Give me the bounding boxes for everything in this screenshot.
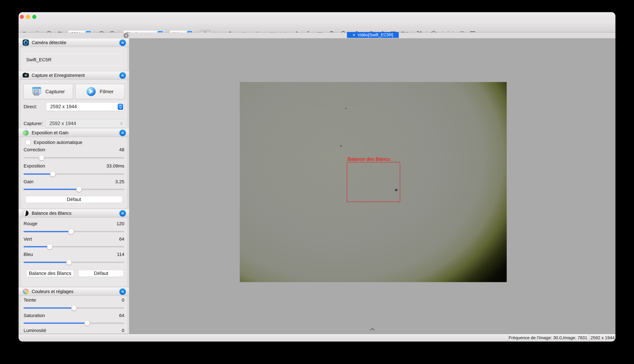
record-button-label: Filmer bbox=[100, 89, 114, 94]
slider-value: 0 bbox=[122, 297, 124, 303]
slider-label: Rouge bbox=[24, 220, 37, 227]
white-balance-overlay-label: Balance des Blancs bbox=[348, 156, 390, 162]
collapse-panel-button[interactable] bbox=[119, 40, 126, 46]
capture-resolution-label: Capturer: bbox=[24, 120, 43, 127]
saturation-slider[interactable] bbox=[24, 322, 124, 324]
slider-value: 64 bbox=[119, 236, 124, 242]
collapse-panel-button[interactable] bbox=[119, 72, 126, 79]
panel-title: Caméra détectée bbox=[32, 40, 66, 45]
panel-title: Balance des Blancs bbox=[32, 211, 72, 216]
exposure-slider[interactable] bbox=[24, 174, 124, 175]
slider-value: 48 bbox=[119, 146, 124, 153]
status-bar: Fréquence de l'Image: 30.0,Image: 7831 2… bbox=[18, 334, 616, 342]
slider-thumb[interactable] bbox=[66, 260, 72, 265]
camera-live-view[interactable]: Balance des Blancs bbox=[240, 82, 507, 282]
slider-thumb[interactable] bbox=[39, 155, 44, 160]
exposure-panel-body: Exposition automatique Correction 48 Exp… bbox=[20, 137, 128, 208]
white-balance-button[interactable]: Balance des Blancs bbox=[26, 270, 74, 277]
panel-title: Capture et Enregistrement bbox=[32, 73, 85, 78]
panel-title: Exposition et Gain bbox=[32, 130, 68, 135]
record-button[interactable]: Filmer bbox=[75, 84, 125, 99]
blue-slider[interactable] bbox=[24, 262, 124, 263]
capture-panel-body: Capturer Filmer Direct: 2592 x 1944 Capt… bbox=[20, 80, 128, 131]
correction-slider[interactable] bbox=[24, 157, 124, 158]
close-tab-icon[interactable]: × bbox=[352, 32, 356, 37]
slider-label: Bleu bbox=[24, 251, 33, 258]
control-sidebar: Caméra détectée Swift_EC5R Capture et En… bbox=[18, 32, 129, 334]
slider-value: 0 bbox=[122, 327, 124, 334]
dust-speck bbox=[340, 145, 342, 146]
slider-label: Exposition bbox=[24, 163, 45, 169]
direct-label: Direct: bbox=[24, 104, 37, 110]
resolution-info: 2592 x 1944 bbox=[590, 334, 616, 342]
panel-header-exposure[interactable]: Exposition et Gain bbox=[18, 128, 129, 137]
auto-exposure-checkbox[interactable] bbox=[26, 140, 31, 145]
slider-fill bbox=[24, 308, 74, 309]
slider-thumb[interactable] bbox=[84, 320, 90, 326]
red-slider[interactable] bbox=[24, 231, 124, 232]
exposure-default-button[interactable]: Défaut bbox=[26, 196, 122, 203]
slider-thumb[interactable] bbox=[68, 229, 74, 234]
slider-fill bbox=[24, 174, 53, 175]
slider-value: 33.09ms bbox=[106, 163, 124, 169]
stepper-disabled-icon bbox=[120, 122, 123, 125]
camera-list: Swift_EC5R bbox=[20, 47, 128, 71]
color-wheel-icon bbox=[22, 288, 29, 294]
panel-header-color[interactable]: Couleurs et réglages bbox=[18, 287, 129, 296]
collapse-panel-button[interactable] bbox=[119, 130, 126, 136]
white-balance-default-button[interactable]: Défaut bbox=[78, 270, 124, 277]
toolbar: 33% Pixel NA bbox=[18, 20, 616, 32]
camera-icon bbox=[22, 72, 29, 78]
double-chevron-up-icon bbox=[120, 74, 125, 78]
zoom-window-button[interactable] bbox=[32, 15, 36, 19]
slider-value: 120 bbox=[116, 220, 124, 227]
auto-exposure-label: Exposition automatique bbox=[34, 139, 82, 146]
slider-thumb[interactable] bbox=[50, 172, 56, 177]
slider-thumb[interactable] bbox=[47, 244, 52, 249]
chevron-up-icon bbox=[370, 328, 375, 331]
double-chevron-up-icon bbox=[120, 211, 125, 215]
color-panel-body: Teinte 0 Saturation 64 Luminosité 0 bbox=[20, 296, 128, 334]
capture-photo-icon bbox=[32, 87, 41, 96]
capture-resolution-value: 2592 x 1944 bbox=[46, 121, 120, 126]
tab-video[interactable]: × Vidéo[Swift_EC5R] bbox=[347, 32, 399, 38]
hue-slider[interactable] bbox=[24, 308, 124, 309]
capture-button-label: Capturer bbox=[46, 89, 65, 94]
collapse-panel-button[interactable] bbox=[119, 288, 126, 295]
white-balance-panel-body: Rouge 120 Vert 64 Bleu 114 Balance des B… bbox=[20, 218, 128, 287]
slider-thumb[interactable] bbox=[71, 305, 76, 311]
slider-label: Luminosité bbox=[24, 327, 46, 334]
close-window-button[interactable] bbox=[20, 15, 24, 19]
tab-label: Vidéo[Swift_EC5R] bbox=[358, 32, 393, 38]
camera-name[interactable]: Swift_EC5R bbox=[26, 56, 52, 63]
collapse-sidebar-button[interactable] bbox=[124, 33, 128, 38]
capture-resolution-select: 2592 x 1944 bbox=[45, 119, 125, 128]
double-chevron-up-icon bbox=[120, 131, 125, 135]
minimize-window-button[interactable] bbox=[26, 15, 30, 19]
record-play-icon bbox=[86, 87, 96, 96]
slider-fill bbox=[24, 246, 50, 247]
slider-label: Saturation bbox=[24, 312, 45, 318]
collapse-bottom-panel-button[interactable] bbox=[370, 328, 375, 332]
list-separator bbox=[25, 65, 122, 66]
slider-fill bbox=[24, 322, 87, 324]
direct-resolution-select[interactable]: 2592 x 1944 bbox=[46, 102, 124, 111]
slider-label: Teinte bbox=[24, 297, 36, 303]
double-chevron-up-icon bbox=[120, 290, 125, 294]
panel-header-white-balance[interactable]: Balance des Blancs bbox=[18, 209, 129, 218]
panel-header-camera[interactable]: Caméra détectée bbox=[18, 38, 129, 47]
green-slider[interactable] bbox=[24, 246, 124, 247]
slider-fill bbox=[24, 262, 69, 263]
panel-header-capture[interactable]: Capture et Enregistrement bbox=[18, 71, 129, 80]
gain-slider[interactable] bbox=[24, 189, 124, 190]
white-balance-region[interactable] bbox=[347, 162, 400, 202]
slider-label: Vert bbox=[24, 236, 32, 242]
capture-button[interactable]: Capturer bbox=[23, 84, 73, 99]
white-balance-icon bbox=[22, 210, 29, 216]
slider-value: 114 bbox=[117, 251, 124, 258]
slider-label: Correction bbox=[24, 146, 45, 153]
dust-speck bbox=[345, 108, 346, 109]
slider-label: Gain bbox=[24, 178, 34, 185]
slider-thumb[interactable] bbox=[76, 187, 82, 192]
collapse-panel-button[interactable] bbox=[119, 210, 126, 216]
